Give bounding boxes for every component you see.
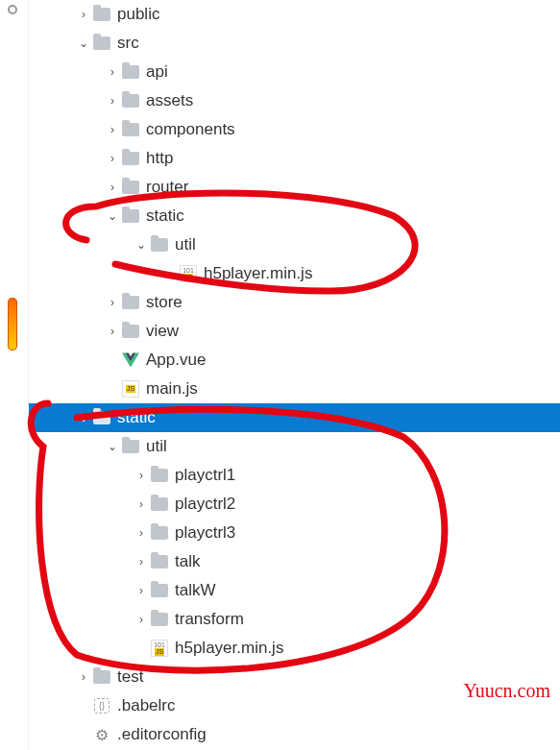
tree-label: static — [146, 206, 184, 226]
tree-item-h5player-static[interactable]: 101JS h5player.min.js — [29, 634, 560, 663]
tree-item-editorconfig[interactable]: ⚙ .editorconfig — [29, 720, 560, 749]
folder-icon — [150, 523, 169, 543]
tree-item-public[interactable]: › public — [29, 0, 560, 29]
tree-label: view — [146, 322, 179, 341]
tree-label: h5player.min.js — [204, 264, 312, 283]
chevron-right-icon: › — [104, 325, 121, 338]
tree-label: test — [117, 667, 143, 687]
chevron-down-icon: ⌄ — [75, 411, 92, 424]
folder-icon — [121, 120, 140, 139]
babel-file-icon: {} — [92, 696, 111, 715]
tree-item-main-js[interactable]: JS main.js — [29, 375, 560, 403]
chevron-down-icon: ⌄ — [104, 440, 121, 453]
folder-icon — [92, 667, 111, 687]
editor-gutter — [0, 0, 29, 750]
tree-label: store — [146, 293, 183, 312]
tree-item-playctrl2[interactable]: › playctrl2 — [29, 490, 560, 519]
chevron-right-icon: › — [75, 8, 92, 21]
tree-label: public — [117, 5, 159, 24]
chevron-right-icon: › — [104, 94, 121, 108]
tree-item-talkw[interactable]: › talkW — [29, 576, 560, 605]
folder-icon — [150, 495, 169, 514]
chevron-right-icon: › — [133, 555, 150, 569]
folder-icon — [150, 610, 169, 629]
tree-label: App.vue — [146, 351, 206, 370]
tree-item-transform[interactable]: › transform — [29, 605, 560, 634]
tree-label: static — [117, 408, 156, 427]
tree-label: .editorconfig — [117, 725, 207, 744]
tree-label: .babelrc — [117, 696, 175, 715]
tree-label: playctrl1 — [175, 466, 235, 485]
chevron-right-icon: › — [104, 65, 121, 79]
tree-item-static-util[interactable]: ⌄ util — [29, 432, 560, 461]
chevron-right-icon: › — [133, 526, 150, 540]
tree-item-view[interactable]: › view — [29, 317, 560, 346]
tree-item-src[interactable]: ⌄ src — [29, 29, 560, 58]
tree-label: playctrl3 — [175, 523, 235, 543]
folder-icon — [92, 34, 111, 53]
chevron-right-icon: › — [104, 123, 121, 136]
folder-icon — [121, 91, 140, 110]
chevron-right-icon: › — [104, 152, 121, 165]
watermark-text: Yuucn.com — [463, 680, 550, 702]
folder-icon — [121, 149, 140, 168]
chevron-down-icon: ⌄ — [133, 238, 150, 252]
folder-icon — [150, 466, 169, 485]
tree-label: components — [146, 120, 235, 139]
gutter-marker-circle — [8, 5, 17, 14]
tree-label: main.js — [146, 379, 198, 399]
folder-icon — [121, 293, 140, 312]
chevron-right-icon: › — [104, 181, 121, 194]
tree-item-static-root[interactable]: ⌄ static — [29, 403, 560, 432]
tree-item-assets[interactable]: › assets — [29, 86, 560, 115]
chevron-right-icon: › — [75, 670, 92, 684]
file-tree[interactable]: › public ⌄ src › api › assets › componen… — [29, 0, 560, 750]
tree-item-store[interactable]: › store — [29, 288, 560, 317]
tree-label: transform — [175, 610, 244, 629]
chevron-right-icon: › — [133, 497, 150, 511]
tree-label: util — [175, 235, 196, 254]
js-file-icon: 101JS — [150, 639, 169, 658]
tree-item-http[interactable]: › http — [29, 144, 560, 173]
js-file-icon: 101JS — [179, 264, 198, 283]
chevron-right-icon: › — [133, 469, 150, 482]
tree-label: talk — [175, 552, 200, 571]
vue-file-icon — [121, 351, 140, 370]
folder-icon — [121, 322, 140, 341]
tree-item-api[interactable]: › api — [29, 58, 560, 86]
chevron-right-icon: › — [133, 613, 150, 626]
tree-label: assets — [146, 91, 193, 110]
chevron-right-icon: › — [104, 296, 121, 309]
tree-item-components[interactable]: › components — [29, 115, 560, 144]
tree-item-h5player-src[interactable]: 101JS h5player.min.js — [29, 259, 560, 288]
tree-label: api — [146, 62, 168, 82]
folder-icon — [92, 408, 111, 427]
tree-label: talkW — [175, 581, 216, 600]
folder-icon — [121, 178, 140, 197]
tree-item-talk[interactable]: › talk — [29, 547, 560, 576]
chevron-down-icon: ⌄ — [104, 209, 121, 223]
folder-icon — [150, 552, 169, 571]
tree-item-app-vue[interactable]: App.vue — [29, 346, 560, 375]
chevron-down-icon: ⌄ — [75, 36, 92, 50]
folder-icon — [150, 235, 169, 254]
tree-item-playctrl1[interactable]: › playctrl1 — [29, 461, 560, 490]
tree-label: src — [117, 34, 139, 53]
tree-label: router — [146, 178, 188, 197]
folder-icon — [121, 62, 140, 82]
tree-item-router[interactable]: › router — [29, 173, 560, 202]
folder-icon — [121, 206, 140, 226]
gutter-change-bar — [8, 298, 17, 351]
folder-icon — [121, 437, 140, 456]
tree-label: h5player.min.js — [175, 639, 283, 658]
gear-icon: ⚙ — [92, 725, 111, 744]
tree-item-src-static[interactable]: ⌄ static — [29, 202, 560, 230]
chevron-right-icon: › — [133, 584, 150, 597]
tree-item-src-static-util[interactable]: ⌄ util — [29, 230, 560, 259]
tree-label: util — [146, 437, 167, 456]
tree-label: playctrl2 — [175, 495, 235, 514]
tree-item-playctrl3[interactable]: › playctrl3 — [29, 519, 560, 547]
js-file-icon: JS — [121, 379, 140, 399]
folder-icon — [150, 581, 169, 600]
folder-icon — [92, 5, 111, 24]
